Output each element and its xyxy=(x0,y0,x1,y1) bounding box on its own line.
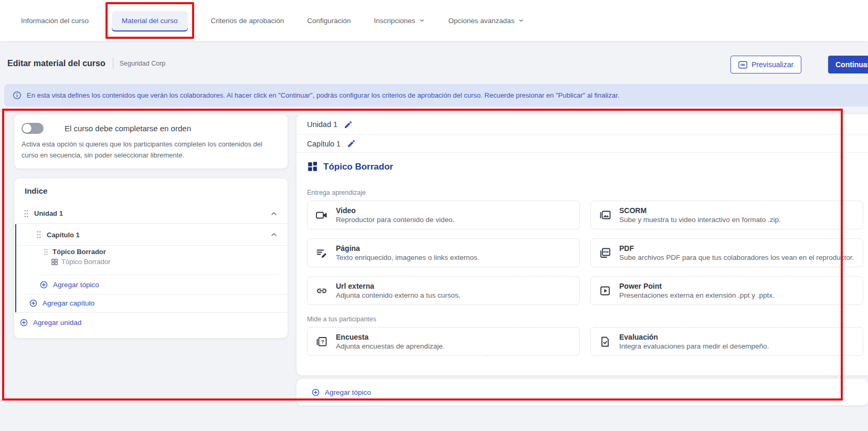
tab-criterios-de-aprobacion[interactable]: Criterios de aprobación xyxy=(211,17,284,25)
divider xyxy=(16,245,288,246)
tab-informacion-del-curso[interactable]: Información del curso xyxy=(21,17,89,25)
drag-handle-icon[interactable] xyxy=(24,209,29,218)
svg-text:?: ? xyxy=(321,339,324,344)
content-card-url-externa[interactable]: Url externa Adjunta contenido externo a … xyxy=(307,276,580,305)
editor-add-topic-bar: Agregar tópico xyxy=(297,379,868,405)
section-label-mide: Mide a tus participantes xyxy=(307,316,858,323)
page-header: Editar material del curso Seguridad Corp xyxy=(7,58,165,69)
scorm-icon xyxy=(599,209,611,222)
content-card-pdf[interactable]: PDF PDF Sube archivos PDF para que tus c… xyxy=(590,238,863,267)
content-card-evaluacion[interactable]: Evaluación Integra evaluaciones para med… xyxy=(590,327,863,356)
plus-circle-icon xyxy=(29,299,38,308)
plus-circle-icon xyxy=(19,318,28,327)
sequence-toggle-description: Activa esta opción si quieres que los pa… xyxy=(22,139,280,161)
index-chapter-row[interactable]: Capítulo 1 xyxy=(36,225,278,244)
content-card-scorm[interactable]: SCORM Sube y muestra tu video interactiv… xyxy=(590,201,863,229)
index-accent-line xyxy=(15,224,16,312)
editor-add-topic-label: Agregar tópico xyxy=(325,388,371,396)
index-unit-row[interactable]: Unidad 1 xyxy=(24,204,278,223)
index-add-unit-label: Agregar unidad xyxy=(33,319,81,327)
index-add-topic-link[interactable]: Agregar tópico xyxy=(39,280,99,289)
editor-topic-header: Tópico Borrador xyxy=(297,153,868,172)
info-icon xyxy=(13,91,22,100)
content-card-title: Página xyxy=(336,244,479,253)
sequence-toggle-label: El curso debe completarse en orden xyxy=(65,124,191,133)
index-add-chapter-link[interactable]: Agregar capítulo xyxy=(29,299,94,308)
survey-icon: ? xyxy=(315,335,328,348)
tab-inscripciones[interactable]: Inscripciones xyxy=(374,17,426,25)
editor-add-topic-link[interactable]: Agregar tópico xyxy=(311,388,371,397)
info-banner: En esta vista defines los contenidos que… xyxy=(4,84,868,107)
content-card-title: PDF xyxy=(619,244,854,253)
content-card-pagina[interactable]: Página Texto enriquecido, imagenes o lin… xyxy=(307,238,580,267)
eye-preview-icon xyxy=(738,61,747,69)
link-icon xyxy=(315,285,328,297)
continue-button-label: Continuar xyxy=(835,60,868,69)
divider xyxy=(25,294,288,295)
edit-pencil-icon[interactable] xyxy=(347,139,356,148)
content-card-title: Evaluación xyxy=(619,333,769,341)
content-card-title: SCORM xyxy=(619,206,781,215)
section-label-entrega: Entrega aprendizaje xyxy=(307,189,858,196)
preview-button[interactable]: Previsualizar xyxy=(731,56,801,73)
content-card-description: Reproductor para contenido de video. xyxy=(336,216,454,224)
evaluation-icon xyxy=(599,335,611,348)
sequence-toggle-card: El curso debe completarse en orden Activ… xyxy=(14,114,288,169)
index-unit-label: Unidad 1 xyxy=(34,209,63,217)
index-chapter-label: Capítulo 1 xyxy=(47,231,80,239)
content-card-encuesta[interactable]: ? Encuesta Adjunta encuestas de aprendiz… xyxy=(307,327,580,356)
divider xyxy=(16,312,288,313)
page-title: Editar material del curso xyxy=(7,59,105,68)
tab-opciones-avanzadas[interactable]: Opciones avanzadas xyxy=(448,17,524,25)
content-card-powerpoint[interactable]: Power Point Presentaciones externa en ex… xyxy=(590,276,863,305)
index-topic-item[interactable]: Tópico Borrador Tópico Borrador xyxy=(44,248,110,266)
tab-opciones-avanzadas-label: Opciones avanzadas xyxy=(448,17,514,25)
content-card-title: Video xyxy=(336,206,454,215)
course-name: Seguridad Corp xyxy=(120,60,166,67)
content-card-title: Url externa xyxy=(336,282,460,290)
content-card-title: Encuesta xyxy=(336,333,444,341)
content-card-description: Sube y muestra tu video interactivo en f… xyxy=(619,216,781,224)
info-banner-text: En esta vista defines los contenidos que… xyxy=(27,91,619,99)
drag-handle-icon[interactable] xyxy=(36,230,41,239)
content-card-video[interactable]: Video Reproductor para contenido de vide… xyxy=(307,201,580,229)
content-card-description: Integra evaluaciones para medir el desem… xyxy=(619,342,769,350)
header-divider xyxy=(113,58,113,69)
editor-chapter-title: Capítulo 1 xyxy=(307,140,341,148)
editor-chapter-row: Capítulo 1 xyxy=(297,135,868,153)
content-card-title: Power Point xyxy=(619,282,775,290)
content-type-grid: Video Reproductor para contenido de vide… xyxy=(297,201,868,305)
page-icon xyxy=(315,247,328,259)
content-card-description: Texto enriquecido, imagenes o links exte… xyxy=(336,254,479,261)
index-topic-type-label: Tópico Borrador xyxy=(61,258,110,266)
tab-inscripciones-label: Inscripciones xyxy=(374,17,416,25)
topic-grid-icon xyxy=(307,161,318,172)
editor-unit-row: Unidad 1 xyxy=(297,114,868,135)
content-card-description: Adjunta contenido externo a tus cursos. xyxy=(336,291,460,299)
edit-pencil-icon[interactable] xyxy=(344,120,353,129)
chevron-down-icon xyxy=(518,17,524,24)
topic-type-grid-icon xyxy=(51,258,58,266)
powerpoint-icon xyxy=(599,285,611,297)
tab-configuracion[interactable]: Configuración xyxy=(307,17,351,25)
tab-material-del-curso[interactable]: Material del curso xyxy=(112,11,188,30)
preview-button-label: Previsualizar xyxy=(751,60,793,69)
editor-topic-title: Tópico Borrador xyxy=(323,162,393,172)
plus-circle-icon xyxy=(311,388,320,397)
continue-button[interactable]: Continuar xyxy=(828,56,868,73)
pdf-icon: PDF xyxy=(599,247,611,259)
chevron-up-icon[interactable] xyxy=(270,209,278,218)
content-type-grid: ? Encuesta Adjunta encuestas de aprendiz… xyxy=(297,327,868,356)
video-icon xyxy=(315,209,328,222)
course-tabbar: Información del curso Material del curso… xyxy=(0,0,868,41)
toggle-knob xyxy=(23,124,31,133)
index-topic-label: Tópico Borrador xyxy=(52,248,106,256)
editor-unit-title: Unidad 1 xyxy=(307,120,337,129)
index-add-unit-link[interactable]: Agregar unidad xyxy=(19,318,81,327)
chevron-up-icon[interactable] xyxy=(270,230,278,239)
sequence-toggle-switch[interactable] xyxy=(22,123,44,134)
tab-material-wrapper: Material del curso xyxy=(112,11,188,30)
index-title: Indice xyxy=(25,186,47,195)
divider xyxy=(39,275,279,275)
drag-handle-icon[interactable] xyxy=(44,248,48,256)
